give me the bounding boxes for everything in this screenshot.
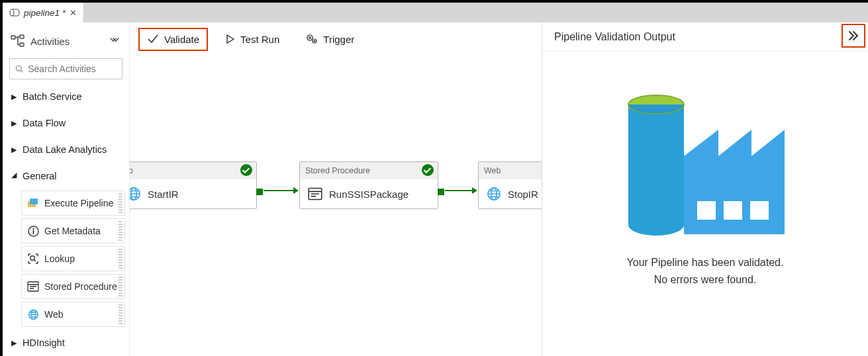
category-hdinsight[interactable]: ▶HDInsight [7,331,125,355]
activities-sidebar: Activities ▶Batch Service ▶Data Flow ▶Da… [3,22,130,356]
svg-rect-27 [724,201,742,220]
svg-rect-6 [30,199,38,204]
pipeline-icon [9,8,20,17]
pipeline-canvas[interactable]: eb StartIR Stored Procedure RunSSISPacka… [130,56,542,356]
category-general[interactable]: ◢General [7,164,125,188]
svg-rect-28 [750,201,769,220]
info-icon [27,225,39,237]
node-stopir[interactable]: Web StopIR [478,161,542,209]
node-type-label: eb [130,166,133,175]
collapse-all-icon[interactable] [109,36,121,46]
node-type-label: Web [484,166,501,175]
connector-2 [445,190,477,191]
status-success-icon [240,164,252,176]
search-activities[interactable] [9,58,122,79]
search-icon [15,64,24,74]
svg-rect-9 [32,230,34,234]
play-icon [226,34,235,44]
collapse-panel-button[interactable] [843,25,864,46]
factory-illustration [619,78,791,237]
sidebar-title: Activities [30,36,109,47]
close-icon[interactable]: ✕ [70,8,77,18]
svg-point-0 [10,9,14,16]
web-icon [130,187,141,201]
caret-right-icon: ▶ [11,93,17,101]
svg-point-15 [309,37,311,39]
caret-right-icon: ▶ [11,146,17,154]
svg-point-4 [16,66,21,71]
search-input[interactable] [28,64,117,74]
gear-icon [306,34,318,44]
svg-point-24 [628,216,684,234]
panel-title: Pipeline Validation Output [554,31,675,43]
drag-grip-icon [119,221,122,241]
validation-message-line1: Your Pipeline has been validated. [627,254,784,271]
node-name: StopIR [508,189,538,200]
execute-pipeline-icon [27,197,39,209]
connector-1 [264,190,298,191]
validation-output-panel: Pipeline Validation Output Your Pipeline… [542,22,868,356]
drag-grip-icon [119,193,122,213]
caret-down-icon: ◢ [11,171,17,179]
stored-procedure-icon [308,187,322,200]
node-name: StartIR [148,189,179,200]
drag-grip-icon [119,249,122,269]
tab-pipeline1[interactable]: pipeline1 * ✕ [3,3,84,22]
svg-point-10 [30,256,34,260]
svg-rect-26 [697,201,716,220]
svg-rect-3 [20,43,24,46]
lookup-icon [27,253,39,265]
validate-button[interactable]: Validate [142,31,205,48]
pipeline-toolbar: Validate Test Run Trigger [130,22,542,56]
stored-procedure-icon [27,281,39,292]
node-startir[interactable]: eb StartIR [130,161,257,209]
check-icon [147,34,159,44]
chevron-double-right-icon [847,30,859,41]
activity-web[interactable]: Web [21,302,125,327]
activity-lookup[interactable]: Lookup [21,246,125,271]
node-name: RunSSISPackage [329,189,409,200]
activity-execute-pipeline[interactable]: Execute Pipeline [21,191,125,216]
activity-get-metadata[interactable]: Get Metadata [21,218,125,244]
activity-stored-procedure[interactable]: Stored Procedure [21,274,125,299]
node-runssis[interactable]: Stored Procedure RunSSISPackage [299,161,438,209]
svg-rect-1 [11,36,15,39]
web-icon [487,187,501,201]
validation-message-line2: No errors were found. [627,271,784,289]
svg-rect-2 [20,35,24,38]
category-data-flow[interactable]: ▶Data Flow [7,111,125,135]
trigger-button[interactable]: Trigger [301,31,360,48]
output-port[interactable] [438,189,444,195]
tab-bar: pipeline1 * ✕ [3,3,868,22]
activities-icon [11,34,25,48]
drag-grip-icon [119,277,122,296]
caret-right-icon: ▶ [11,339,17,347]
web-icon [27,308,39,320]
caret-right-icon: ▶ [11,119,17,128]
drag-grip-icon [119,304,122,324]
category-data-lake-analytics[interactable]: ▶Data Lake Analytics [7,138,125,161]
node-type-label: Stored Procedure [305,166,370,175]
svg-point-16 [313,39,316,43]
status-success-icon [422,164,434,176]
tab-title: pipeline1 * [24,8,66,18]
test-run-button[interactable]: Test Run [220,31,285,48]
svg-point-8 [32,228,34,229]
category-batch-service[interactable]: ▶Batch Service [7,85,125,109]
output-port[interactable] [256,189,263,195]
svg-point-17 [314,40,315,42]
